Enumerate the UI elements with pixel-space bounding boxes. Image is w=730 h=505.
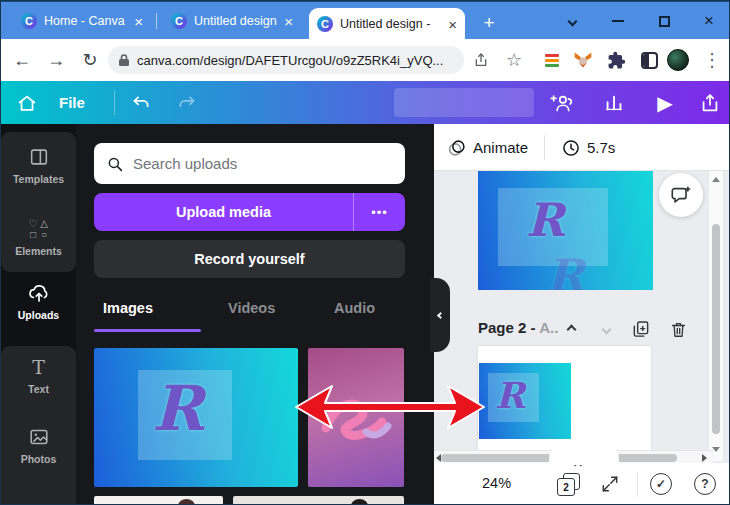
- scroll-down-icon[interactable]: [712, 447, 720, 452]
- file-menu-button[interactable]: File: [59, 94, 85, 111]
- lock-icon: [118, 53, 130, 67]
- chevron-left-icon: [436, 311, 443, 318]
- extension-darkreader-icon[interactable]: [638, 49, 660, 71]
- home-button[interactable]: [15, 91, 39, 115]
- redo-icon: [176, 93, 197, 114]
- canva-favicon-icon: C: [317, 16, 333, 32]
- redo-button[interactable]: [174, 91, 198, 115]
- record-yourself-label: Record yourself: [194, 251, 304, 267]
- back-button[interactable]: ←: [9, 39, 35, 81]
- sidebar-item-photos[interactable]: Photos: [1, 426, 76, 465]
- record-yourself-button[interactable]: Record yourself: [94, 240, 405, 278]
- help-button[interactable]: ?: [694, 473, 716, 495]
- tab-audio[interactable]: Audio: [334, 300, 375, 316]
- r-logo-letter: R: [495, 377, 525, 413]
- move-page-down-button[interactable]: [595, 318, 617, 340]
- extension-metamask-icon[interactable]: [572, 49, 594, 71]
- invite-members-button[interactable]: [548, 90, 576, 116]
- uploaded-image-r-logo[interactable]: R: [94, 348, 298, 487]
- move-page-up-button[interactable]: [560, 318, 582, 340]
- zoom-level[interactable]: 24%: [482, 475, 511, 491]
- search-input[interactable]: [133, 155, 393, 172]
- duration-button[interactable]: [561, 138, 581, 162]
- design-check-button[interactable]: ✓: [650, 473, 672, 495]
- chevron-up-icon: [566, 324, 576, 334]
- circle-glyph: ○: [39, 229, 50, 240]
- sidebar-item-text[interactable]: T Text: [1, 356, 76, 395]
- fullscreen-button[interactable]: [600, 474, 620, 494]
- insights-button[interactable]: [601, 91, 627, 115]
- maximize-button[interactable]: [647, 2, 681, 40]
- minimize-button[interactable]: [601, 2, 635, 40]
- url-bar[interactable]: canva.com/design/DAFETUrcgoU/o9zZ5RK4i_y…: [108, 46, 464, 74]
- puzzle-icon: [607, 51, 626, 70]
- uploaded-image-person-2[interactable]: [233, 496, 404, 505]
- pages-view-button[interactable]: 2: [557, 473, 583, 497]
- tab-separator: [156, 13, 157, 29]
- reload-icon: ↻: [82, 49, 97, 71]
- tab-title: Home - Canva: [44, 14, 127, 28]
- forward-icon: →: [47, 50, 65, 71]
- panel-collapse-handle[interactable]: [430, 278, 450, 352]
- browser-menu-button[interactable]: ⋮: [700, 39, 724, 81]
- sidebar-item-uploads[interactable]: Uploads: [1, 282, 76, 321]
- undo-button[interactable]: [129, 91, 153, 115]
- profile-avatar[interactable]: [667, 49, 689, 71]
- delete-page-button[interactable]: [667, 318, 689, 340]
- close-icon: ×: [704, 11, 714, 31]
- placed-image-page-2[interactable]: R: [479, 363, 571, 439]
- star-icon: ☆: [506, 49, 522, 71]
- r-logo-letter: R: [526, 197, 564, 243]
- text-tool-icon: T: [32, 356, 45, 378]
- tab-videos[interactable]: Videos: [228, 300, 275, 316]
- animate-label[interactable]: Animate: [473, 139, 528, 156]
- upload-more-options-button[interactable]: •••: [353, 193, 405, 231]
- tab-untitled-design-1[interactable]: C Untitled design - ×: [163, 2, 301, 40]
- home-icon: [16, 92, 38, 114]
- uploaded-image-person-1[interactable]: [94, 496, 223, 505]
- new-tab-button[interactable]: +: [477, 11, 501, 35]
- question-icon: ?: [701, 477, 708, 491]
- browser-tab-bar: C Home - Canva × C Untitled design - × C…: [1, 1, 730, 39]
- forward-button[interactable]: →: [43, 39, 69, 81]
- close-icon[interactable]: ×: [134, 14, 143, 29]
- editor-toolbar: File ▶: [1, 81, 730, 124]
- extensions-menu-button[interactable]: [605, 49, 627, 71]
- duplicate-page-button[interactable]: [630, 318, 652, 340]
- statusbar-expand-notch[interactable]: [549, 445, 619, 465]
- play-icon: ▶: [657, 91, 672, 115]
- person-head: [178, 499, 195, 505]
- present-button[interactable]: ▶: [652, 90, 678, 116]
- scroll-up-icon[interactable]: [712, 177, 720, 182]
- page-2-title[interactable]: Page 2 - A..: [478, 319, 558, 336]
- status-bar: 24% 2 ✓ ?: [434, 463, 730, 505]
- close-icon[interactable]: ×: [448, 17, 457, 32]
- url-text: canva.com/design/DAFETUrcgoU/o9zZ5RK4i_y…: [137, 53, 443, 68]
- context-toolbar: Animate 5.7s: [434, 124, 730, 171]
- reload-button[interactable]: ↻: [77, 39, 103, 81]
- page-1-thumbnail[interactable]: R R: [478, 171, 653, 290]
- page-2-canvas[interactable]: R: [478, 346, 651, 450]
- sidebar-item-templates[interactable]: Templates: [1, 146, 76, 185]
- upload-cloud-icon: [27, 282, 51, 304]
- tab-images[interactable]: Images: [103, 300, 153, 316]
- sidebar-item-elements[interactable]: ♡ △ □ ○ Elements: [1, 218, 76, 257]
- tab-untitled-design-2-active[interactable]: C Untitled design - ×: [309, 8, 465, 40]
- upload-media-button[interactable]: Upload media •••: [94, 193, 405, 231]
- export-icon: [699, 92, 721, 114]
- scroll-right-icon[interactable]: [702, 454, 707, 462]
- design-title-field[interactable]: [394, 88, 534, 117]
- tab-home-canva[interactable]: C Home - Canva ×: [13, 2, 151, 40]
- add-comment-button[interactable]: [659, 173, 703, 217]
- chevron-down-icon: [567, 16, 577, 26]
- close-icon[interactable]: ×: [284, 14, 293, 29]
- window-close-button[interactable]: ×: [692, 2, 726, 40]
- animate-button[interactable]: [446, 137, 468, 163]
- extension-colored-bars-icon[interactable]: [541, 49, 563, 71]
- bookmark-button[interactable]: ☆: [501, 39, 527, 81]
- tab-search-button[interactable]: [555, 2, 589, 40]
- share-page-button[interactable]: [469, 39, 493, 81]
- expand-arrows-icon: [600, 474, 620, 494]
- share-design-button[interactable]: [697, 90, 723, 116]
- page-count: 2: [557, 478, 575, 496]
